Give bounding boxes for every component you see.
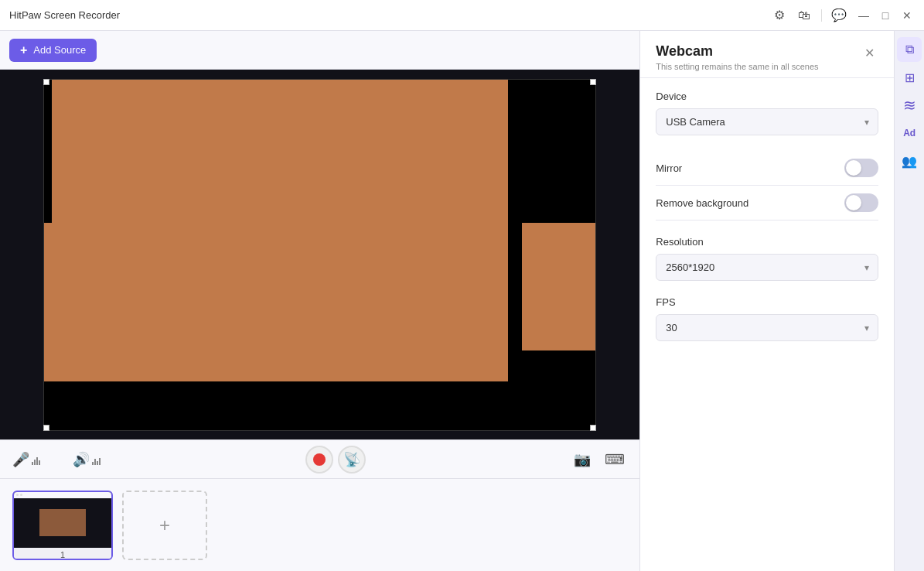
handle-top-left[interactable]	[43, 79, 49, 85]
mirror-toggle[interactable]	[844, 159, 878, 177]
main-area: + Add Source 🎤	[0, 31, 924, 571]
close-button[interactable]: ✕	[899, 8, 915, 23]
fps-setting: FPS 30 60 25 15 ▾	[656, 296, 878, 341]
audio-controls: 🎤 🔊	[12, 451, 101, 468]
handle-top-right[interactable]	[590, 79, 596, 85]
handle-bottom-right[interactable]	[590, 425, 596, 431]
device-setting: Device USB Camera Built-in Camera Virtua…	[656, 91, 878, 135]
scene-item-1[interactable]: 1	[12, 491, 113, 560]
scene-label-1: 1	[14, 548, 111, 560]
speaker-button[interactable]: 🔊	[73, 451, 101, 468]
mic-button[interactable]: 🎤	[12, 451, 40, 468]
users-icon: 👥	[902, 154, 917, 169]
censor-block-left	[44, 223, 156, 381]
device-select-wrapper: USB Camera Built-in Camera Virtual Camer…	[656, 108, 878, 135]
record-button[interactable]	[305, 446, 333, 474]
webcam-header: Webcam This setting remains the same in …	[640, 31, 894, 78]
mirror-label: Mirror	[656, 162, 682, 174]
settings-icon: ⚙	[774, 8, 785, 22]
right-controls: 📷 ⌨	[570, 447, 627, 472]
broadcast-button[interactable]: 📡	[338, 446, 366, 474]
remove-bg-setting: Remove background	[656, 186, 878, 221]
minimize-button[interactable]: —	[856, 8, 871, 23]
remove-bg-label: Remove background	[656, 197, 748, 209]
webcam-settings-panel: Webcam This setting remains the same in …	[639, 31, 894, 571]
device-label: Device	[656, 91, 878, 102]
close-panel-button[interactable]: ✕	[860, 43, 878, 62]
handle-bottom-left[interactable]	[43, 425, 49, 431]
webcam-title: Webcam	[656, 43, 818, 60]
speaker-level	[92, 454, 101, 465]
sidebar-table-button[interactable]: ⊞	[897, 65, 922, 90]
scene-number-1: 1	[60, 550, 65, 559]
resolution-label: Resolution	[656, 236, 878, 248]
scene-strip: 1 +	[0, 478, 639, 571]
add-source-label: Add Source	[33, 44, 86, 56]
bottom-controls: 🎤 🔊	[0, 439, 639, 478]
record-dot	[313, 453, 326, 466]
resolution-setting: Resolution 2560*1920 1920*1080 1280*720 …	[656, 236, 878, 281]
store-icon: 🛍	[798, 9, 810, 22]
broadcast-icon: 📡	[343, 451, 360, 468]
resolution-select-wrapper: 2560*1920 1920*1080 1280*720 640*480 ▾	[656, 254, 878, 281]
title-bar: HitPaw Screen Recorder ⚙ 🛍 💬 — □ ✕	[0, 0, 924, 31]
settings-icon-btn[interactable]: ⚙	[769, 5, 790, 26]
sidebar-ad-button[interactable]: Ad	[897, 121, 922, 145]
brush-icon: ≋	[903, 96, 916, 115]
camera-icon: 📷	[574, 451, 591, 468]
right-sidebar: ⧉ ⊞ ≋ Ad 👥	[894, 31, 924, 571]
plus-icon: +	[20, 43, 27, 57]
mirror-toggle-knob	[846, 160, 861, 176]
resolution-select[interactable]: 2560*1920 1920*1080 1280*720 640*480	[656, 254, 878, 281]
remove-bg-toggle-knob	[846, 195, 861, 210]
sidebar-users-button[interactable]: 👥	[897, 149, 922, 173]
table-icon: ⊞	[905, 70, 915, 85]
separator	[821, 9, 822, 22]
webcam-title-group: Webcam This setting remains the same in …	[656, 43, 818, 71]
sidebar-brush-button[interactable]: ≋	[897, 93, 922, 118]
screenshot-button[interactable]: 📷	[570, 447, 595, 472]
store-icon-btn[interactable]: 🛍	[793, 5, 815, 26]
webcam-preview[interactable]	[43, 79, 596, 431]
layers-icon: ⧉	[905, 43, 914, 56]
fps-select[interactable]: 30 60 25 15	[656, 314, 878, 341]
record-controls: 📡	[305, 446, 366, 474]
webcam-settings-body: Device USB Camera Built-in Camera Virtua…	[640, 78, 894, 571]
add-scene-icon: +	[159, 515, 170, 536]
sidebar-layers-button[interactable]: ⧉	[897, 37, 922, 62]
keyboard-icon: ⌨	[605, 451, 625, 468]
title-icons: ⚙ 🛍 💬	[769, 5, 850, 26]
chat-icon: 💬	[831, 8, 847, 22]
canvas-area	[0, 70, 639, 439]
device-select[interactable]: USB Camera Built-in Camera Virtual Camer…	[656, 108, 878, 135]
ad-icon: Ad	[903, 128, 915, 138]
add-scene-button[interactable]: +	[122, 491, 207, 560]
maximize-button[interactable]: □	[878, 8, 893, 23]
censor-block-right	[522, 223, 595, 350]
webcam-subtitle: This setting remains the same in all sce…	[656, 62, 818, 71]
mic-icon: 🎤	[12, 451, 29, 468]
app-title: HitPaw Screen Recorder	[9, 9, 120, 21]
speaker-icon: 🔊	[73, 451, 90, 468]
scene-thumb-1	[14, 492, 111, 548]
add-source-button[interactable]: + Add Source	[9, 39, 97, 62]
mirror-setting: Mirror	[656, 151, 878, 186]
chat-icon-btn[interactable]: 💬	[828, 5, 850, 26]
fps-select-wrapper: 30 60 25 15 ▾	[656, 314, 878, 341]
keyboard-button[interactable]: ⌨	[602, 447, 627, 472]
mic-level	[32, 454, 40, 465]
toolbar: + Add Source	[0, 31, 639, 70]
left-panel: + Add Source 🎤	[0, 31, 639, 571]
remove-bg-toggle[interactable]	[844, 193, 878, 212]
fps-label: FPS	[656, 296, 878, 308]
